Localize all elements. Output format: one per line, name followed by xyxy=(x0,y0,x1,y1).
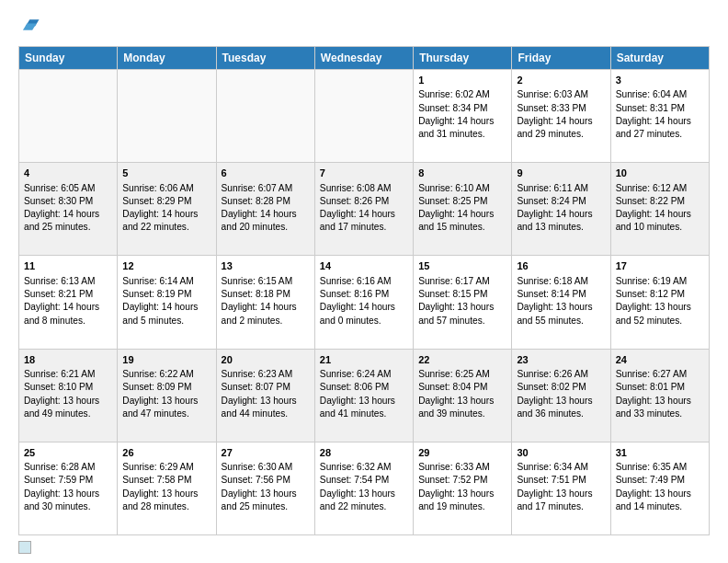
calendar-cell: 22Sunrise: 6:25 AMSunset: 8:04 PMDayligh… xyxy=(414,349,512,442)
day-number: 30 xyxy=(517,446,605,460)
calendar-cell: 19Sunrise: 6:22 AMSunset: 8:09 PMDayligh… xyxy=(118,349,216,442)
cell-content-line: Sunset: 8:21 PM xyxy=(24,288,112,301)
cell-content-line: and 39 minutes. xyxy=(418,408,506,420)
cell-content-line: Sunrise: 6:32 AM xyxy=(320,461,408,474)
cell-content-line: Daylight: 13 hours xyxy=(122,488,210,500)
cell-content-line: Sunset: 8:04 PM xyxy=(418,381,506,394)
calendar-cell xyxy=(118,70,216,163)
header xyxy=(18,15,710,39)
cell-content-line: Daylight: 13 hours xyxy=(222,395,310,408)
cell-content-line: and 10 minutes. xyxy=(616,221,704,234)
weekday-header: Friday xyxy=(512,47,610,70)
cell-content-line: Daylight: 13 hours xyxy=(517,301,605,314)
cell-content-line: Sunrise: 6:07 AM xyxy=(222,182,310,195)
calendar-cell: 13Sunrise: 6:15 AMSunset: 8:18 PMDayligh… xyxy=(216,256,314,349)
calendar-table: SundayMondayTuesdayWednesdayThursdayFrid… xyxy=(18,46,710,535)
cell-content-line: and 20 minutes. xyxy=(222,221,310,234)
calendar-cell: 7Sunrise: 6:08 AMSunset: 8:26 PMDaylight… xyxy=(314,163,413,256)
cell-content-line: and 55 minutes. xyxy=(517,315,605,327)
cell-content-line: Sunrise: 6:14 AM xyxy=(122,275,210,288)
calendar-cell: 4Sunrise: 6:05 AMSunset: 8:30 PMDaylight… xyxy=(19,163,118,256)
weekday-header: Monday xyxy=(118,47,216,70)
cell-content-line: Daylight: 14 hours xyxy=(616,208,704,221)
cell-content-line: Daylight: 14 hours xyxy=(24,208,112,221)
weekday-header: Saturday xyxy=(610,47,709,70)
cell-content-line: Sunset: 8:28 PM xyxy=(222,195,310,208)
day-number: 31 xyxy=(616,446,704,460)
cell-content-line: Sunrise: 6:29 AM xyxy=(122,461,210,474)
cell-content-line: Daylight: 13 hours xyxy=(517,395,605,408)
day-number: 17 xyxy=(616,259,704,273)
logo xyxy=(18,15,40,39)
cell-content-line: Sunset: 8:31 PM xyxy=(616,102,704,115)
weekday-header: Tuesday xyxy=(216,47,314,70)
calendar-week-row: 1Sunrise: 6:02 AMSunset: 8:34 PMDaylight… xyxy=(19,70,710,163)
cell-content-line: Sunrise: 6:24 AM xyxy=(320,368,408,381)
cell-content-line: Daylight: 14 hours xyxy=(122,208,210,221)
cell-content-line: and 25 minutes. xyxy=(24,221,112,234)
cell-content-line: and 57 minutes. xyxy=(418,315,506,327)
cell-content-line: Sunset: 8:15 PM xyxy=(418,288,506,301)
cell-content-line: Sunset: 8:10 PM xyxy=(24,381,112,394)
calendar-week-row: 25Sunrise: 6:28 AMSunset: 7:59 PMDayligh… xyxy=(19,442,710,534)
cell-content-line: Sunrise: 6:17 AM xyxy=(418,275,506,288)
calendar-week-row: 18Sunrise: 6:21 AMSunset: 8:10 PMDayligh… xyxy=(19,349,710,442)
cell-content-line: Sunrise: 6:26 AM xyxy=(517,368,605,381)
day-number: 28 xyxy=(320,446,408,460)
day-number: 3 xyxy=(616,74,704,87)
cell-content-line: Sunset: 8:14 PM xyxy=(517,288,605,301)
calendar-cell: 20Sunrise: 6:23 AMSunset: 8:07 PMDayligh… xyxy=(216,349,314,442)
calendar-cell: 8Sunrise: 6:10 AMSunset: 8:25 PMDaylight… xyxy=(414,163,512,256)
day-number: 10 xyxy=(616,167,704,180)
day-number: 6 xyxy=(222,167,310,180)
cell-content-line: Sunset: 8:19 PM xyxy=(122,288,210,301)
cell-content-line: and 17 minutes. xyxy=(517,500,605,513)
day-number: 15 xyxy=(418,259,506,273)
cell-content-line: Daylight: 14 hours xyxy=(616,115,704,128)
day-number: 22 xyxy=(418,353,506,367)
cell-content-line: Daylight: 14 hours xyxy=(122,301,210,314)
cell-content-line: Daylight: 13 hours xyxy=(320,488,408,500)
cell-content-line: Daylight: 13 hours xyxy=(418,301,506,314)
cell-content-line: Sunrise: 6:02 AM xyxy=(418,88,506,101)
cell-content-line: Sunrise: 6:23 AM xyxy=(222,368,310,381)
calendar-cell: 14Sunrise: 6:16 AMSunset: 8:16 PMDayligh… xyxy=(314,256,413,349)
cell-content-line: Daylight: 14 hours xyxy=(320,301,408,314)
cell-content-line: Sunset: 8:01 PM xyxy=(616,381,704,394)
calendar-cell: 6Sunrise: 6:07 AMSunset: 8:28 PMDaylight… xyxy=(216,163,314,256)
calendar-cell: 16Sunrise: 6:18 AMSunset: 8:14 PMDayligh… xyxy=(512,256,610,349)
cell-content-line: Sunset: 8:02 PM xyxy=(517,381,605,394)
cell-content-line: and 29 minutes. xyxy=(517,128,605,141)
cell-content-line: Sunrise: 6:30 AM xyxy=(222,461,310,474)
cell-content-line: and 8 minutes. xyxy=(24,315,112,327)
cell-content-line: Daylight: 14 hours xyxy=(517,115,605,128)
cell-content-line: Sunrise: 6:16 AM xyxy=(320,275,408,288)
cell-content-line: Sunset: 8:09 PM xyxy=(122,381,210,394)
cell-content-line: Sunrise: 6:13 AM xyxy=(24,275,112,288)
calendar-cell: 30Sunrise: 6:34 AMSunset: 7:51 PMDayligh… xyxy=(512,442,610,534)
cell-content-line: and 25 minutes. xyxy=(222,500,310,513)
weekday-header: Sunday xyxy=(19,47,118,70)
cell-content-line: Daylight: 13 hours xyxy=(616,488,704,500)
calendar-cell: 2Sunrise: 6:03 AMSunset: 8:33 PMDaylight… xyxy=(512,70,610,163)
cell-content-line: and 47 minutes. xyxy=(122,408,210,420)
cell-content-line: Daylight: 13 hours xyxy=(418,488,506,500)
cell-content-line: Daylight: 13 hours xyxy=(616,301,704,314)
weekday-header: Wednesday xyxy=(314,47,413,70)
cell-content-line: Sunrise: 6:15 AM xyxy=(222,275,310,288)
cell-content-line: Daylight: 13 hours xyxy=(222,488,310,500)
cell-content-line: Sunset: 8:26 PM xyxy=(320,195,408,208)
cell-content-line: Sunset: 8:29 PM xyxy=(122,195,210,208)
calendar-cell: 15Sunrise: 6:17 AMSunset: 8:15 PMDayligh… xyxy=(414,256,512,349)
cell-content-line: Sunset: 8:06 PM xyxy=(320,381,408,394)
cell-content-line: Sunrise: 6:27 AM xyxy=(616,368,704,381)
cell-content-line: Sunrise: 6:11 AM xyxy=(517,182,605,195)
cell-content-line: Sunset: 8:34 PM xyxy=(418,102,506,115)
cell-content-line: Daylight: 14 hours xyxy=(418,208,506,221)
cell-content-line: and 30 minutes. xyxy=(24,500,112,513)
cell-content-line: and 22 minutes. xyxy=(320,500,408,513)
calendar-cell: 9Sunrise: 6:11 AMSunset: 8:24 PMDaylight… xyxy=(512,163,610,256)
cell-content-line: Daylight: 14 hours xyxy=(418,115,506,128)
day-number: 21 xyxy=(320,353,408,367)
cell-content-line: and 31 minutes. xyxy=(418,128,506,141)
